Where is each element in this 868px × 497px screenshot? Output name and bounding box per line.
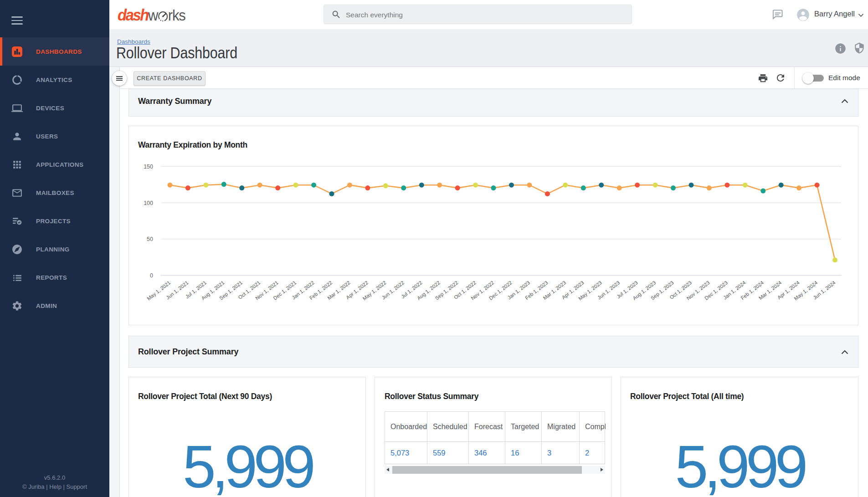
svg-text:0: 0 — [150, 272, 153, 279]
svg-text:100: 100 — [144, 200, 153, 206]
svg-text:50: 50 — [147, 236, 153, 242]
svg-text:150: 150 — [144, 164, 153, 170]
